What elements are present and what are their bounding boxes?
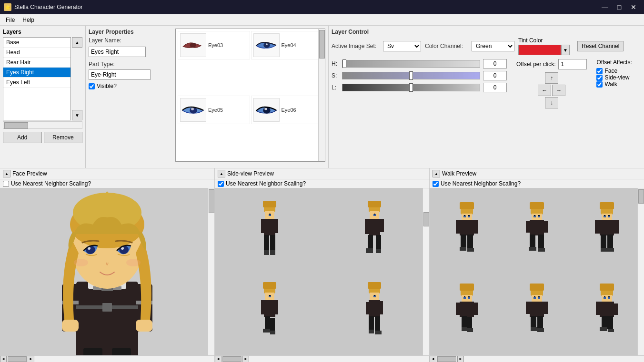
walk-scroll-left-arrow[interactable]: ◄ [430,356,436,362]
layers-list-container: Base Head Rear Hair Eyes Right Eyes Left… [3,37,82,120]
offset-face-checkbox[interactable] [596,68,603,74]
s-row: S: [332,71,507,80]
s-slider[interactable] [342,72,480,79]
face-scrollbar-h[interactable]: ◄ ► [0,355,214,362]
walk-scroll-up[interactable]: ▲ [433,170,440,177]
layers-list[interactable]: Base Head Rear Hair Eyes Right Eyes Left [3,37,71,120]
add-layer-button[interactable]: Add [3,132,42,143]
remove-layer-button[interactable]: Remove [44,132,83,143]
color-channel-dropdown[interactable]: Green Red Blue Alpha [472,41,514,51]
maximize-button[interactable]: □ [613,2,626,12]
svg-rect-52 [376,249,381,253]
layer-item-eyes-left[interactable]: Eyes Left [3,78,70,88]
part-grid-scrollbar[interactable] [318,29,325,161]
face-scroll-up[interactable]: ▲ [3,170,10,177]
minimize-button[interactable]: — [598,2,612,12]
svg-rect-141 [531,316,536,329]
layer-name-input[interactable] [89,47,146,57]
part-item-eye04[interactable]: Eye04 [251,31,323,59]
svg-rect-119 [604,215,605,216]
tint-color-swatch[interactable] [518,45,561,55]
dir-left-button[interactable]: ← [538,85,551,96]
svg-rect-92 [468,215,470,216]
layers-scroll-down-button[interactable]: ▼ [72,110,82,120]
part-preview-eye03 [180,33,206,57]
h-value-input[interactable] [483,59,507,68]
svg-rect-112 [614,220,619,234]
face-scroll-left-arrow[interactable]: ◄ [0,356,7,362]
menu-help[interactable]: Help [19,16,38,24]
walk-sprites-grid [430,188,644,355]
walk-preview-checkbox-row: Use Nearest Neighbor Scaling? [430,179,644,188]
layers-h-scroll[interactable] [3,121,82,129]
walk-scroll-right-arrow[interactable]: ► [457,356,464,362]
layer-props-panel: Layer Properties Layer Name: Part: docum… [86,26,329,168]
sideview-preview-header: ▲ Side-view Preview [215,168,429,179]
layer-control-title: Layer Control [332,29,641,35]
svg-rect-32 [263,201,276,207]
face-nearest-neighbor-checkbox[interactable] [3,181,9,187]
title-bar-controls[interactable]: — □ ✕ [598,2,640,12]
app-title: Stella Character Generator [14,4,82,10]
svg-rect-39 [264,250,269,255]
svg-point-4 [191,108,194,110]
svg-rect-111 [595,220,600,234]
layers-h-scroll-thumb [4,122,28,129]
tint-color-dropdown-button[interactable]: ▼ [561,45,570,55]
svg-rect-108 [600,202,614,209]
layer-item-base[interactable]: Base [3,38,70,48]
offset-sideview-checkbox[interactable] [596,75,603,81]
walk-scrollbar-thumb [638,189,644,204]
reset-channel-button[interactable]: Reset Channel [577,41,624,51]
dir-right-button[interactable]: → [552,85,565,96]
s-value-input[interactable] [483,71,507,80]
walk-scrollbar-v[interactable] [637,188,644,355]
sideview-scrollbar-thumb [423,212,429,226]
svg-rect-7 [76,282,138,356]
app-icon: ⭐ [4,3,11,11]
sideview-nearest-neighbor-label: Use Nearest Neighbor Scaling? [226,180,306,187]
face-character-svg [36,188,179,355]
layers-scroll-up-button[interactable]: ▲ [72,37,82,48]
active-image-set-dropdown[interactable]: Sv Face Walk [383,41,421,51]
sideview-scrollbar-h[interactable]: ◄ ► [215,355,429,362]
face-scroll-right-arrow[interactable]: ► [28,356,34,362]
face-scrollbar-h-thumb [8,356,27,362]
offset-per-click-input[interactable] [558,59,587,69]
layer-item-eyes-right[interactable]: Eyes Right [3,68,70,78]
svg-rect-27 [62,320,79,332]
dir-down-button[interactable]: ↓ [545,97,558,108]
sideview-scrollbar-v[interactable] [423,188,429,355]
s-thumb [409,71,413,80]
svg-rect-142 [537,316,543,329]
part-item-eye06[interactable]: Eye06 [251,96,323,124]
part-item-eye03[interactable]: Eye03 [178,31,250,59]
dir-up-button[interactable]: ↑ [545,72,558,84]
walk-nearest-neighbor-checkbox[interactable] [433,181,439,187]
h-slider[interactable] [342,60,480,68]
svg-rect-150 [600,284,614,291]
offset-walk-checkbox[interactable] [596,81,603,88]
sideview-scroll-right-arrow[interactable]: ► [242,356,249,362]
menu-bar: File Help [0,14,644,26]
close-button[interactable]: ✕ [627,2,640,12]
visible-checkbox[interactable] [89,83,95,89]
offset-face-label: Face [604,68,617,74]
menu-file[interactable]: File [2,16,19,24]
walk-sprite-6 [573,274,640,352]
l-slider[interactable] [342,84,480,91]
walk-scrollbar-h[interactable]: ◄ ► [430,355,644,362]
layer-item-rear-hair[interactable]: Rear Hair [3,58,70,68]
sideview-scroll-up[interactable]: ▲ [218,170,225,177]
part-type-dropdown[interactable]: Eye-Right [89,69,151,80]
sideview-nearest-neighbor-checkbox[interactable] [218,181,224,187]
part-item-eye05[interactable]: Eye05 [178,96,250,124]
sideview-sprite-1 [220,193,320,270]
l-value-input[interactable] [483,83,507,92]
svg-rect-28 [136,320,152,332]
svg-rect-51 [366,248,373,253]
sideview-scroll-left-arrow[interactable]: ◄ [215,356,221,362]
layer-item-head[interactable]: Head [3,48,70,58]
face-scrollbar-v[interactable] [208,188,214,355]
svg-rect-114 [607,235,613,249]
